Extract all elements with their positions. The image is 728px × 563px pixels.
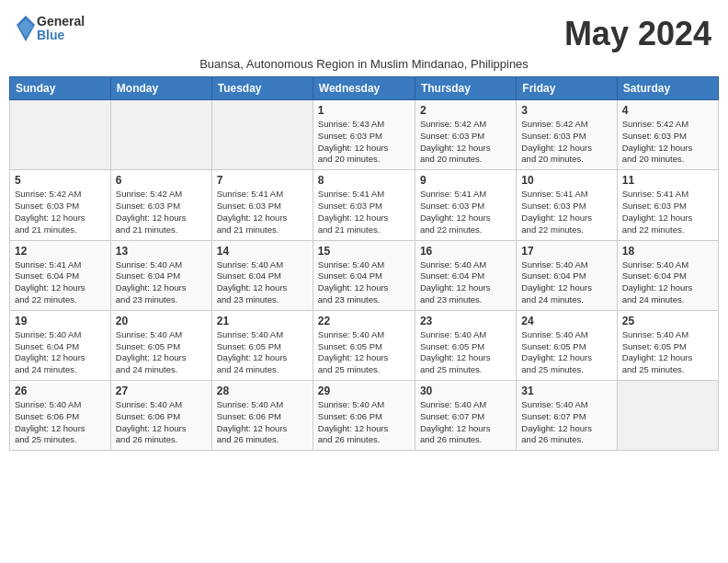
calendar-cell: 20Sunrise: 5:40 AM Sunset: 6:05 PM Dayli… <box>110 310 211 380</box>
calendar-cell: 19Sunrise: 5:40 AM Sunset: 6:04 PM Dayli… <box>10 310 111 380</box>
day-info: Sunrise: 5:42 AM Sunset: 6:03 PM Dayligh… <box>116 189 207 236</box>
calendar-cell: 18Sunrise: 5:40 AM Sunset: 6:04 PM Dayli… <box>617 240 718 310</box>
calendar-cell: 9Sunrise: 5:41 AM Sunset: 6:03 PM Daylig… <box>415 170 516 240</box>
header-day-sunday: Sunday <box>10 77 111 100</box>
calendar-cell: 12Sunrise: 5:41 AM Sunset: 6:04 PM Dayli… <box>10 240 111 310</box>
day-info: Sunrise: 5:40 AM Sunset: 6:05 PM Dayligh… <box>622 329 713 376</box>
day-info: Sunrise: 5:42 AM Sunset: 6:03 PM Dayligh… <box>15 189 106 236</box>
day-number: 18 <box>622 245 713 258</box>
calendar-cell: 28Sunrise: 5:40 AM Sunset: 6:06 PM Dayli… <box>211 381 313 451</box>
calendar-cell: 5Sunrise: 5:42 AM Sunset: 6:03 PM Daylig… <box>10 170 111 240</box>
day-number: 29 <box>318 385 410 397</box>
calendar-cell <box>10 100 111 170</box>
day-number: 15 <box>318 245 410 258</box>
day-number: 6 <box>116 174 207 187</box>
calendar-cell: 27Sunrise: 5:40 AM Sunset: 6:06 PM Dayli… <box>110 381 211 451</box>
calendar-cell: 7Sunrise: 5:41 AM Sunset: 6:03 PM Daylig… <box>211 170 313 240</box>
day-info: Sunrise: 5:41 AM Sunset: 6:03 PM Dayligh… <box>420 189 511 236</box>
day-number: 26 <box>15 385 106 397</box>
calendar-table: SundayMondayTuesdayWednesdayThursdayFrid… <box>9 76 719 451</box>
day-number: 19 <box>15 315 106 327</box>
calendar-cell: 24Sunrise: 5:40 AM Sunset: 6:05 PM Dayli… <box>517 310 617 380</box>
calendar-cell: 10Sunrise: 5:41 AM Sunset: 6:03 PM Dayli… <box>517 170 617 240</box>
day-number: 8 <box>318 174 410 187</box>
day-info: Sunrise: 5:40 AM Sunset: 6:06 PM Dayligh… <box>116 399 207 446</box>
calendar-header: SundayMondayTuesdayWednesdayThursdayFrid… <box>10 77 719 100</box>
month-title: May 2024 <box>564 15 711 53</box>
day-info: Sunrise: 5:40 AM Sunset: 6:05 PM Dayligh… <box>217 329 308 376</box>
day-info: Sunrise: 5:40 AM Sunset: 6:06 PM Dayligh… <box>15 399 106 446</box>
day-info: Sunrise: 5:41 AM Sunset: 6:03 PM Dayligh… <box>318 189 410 236</box>
day-number: 23 <box>420 315 511 327</box>
header-day-thursday: Thursday <box>415 77 516 100</box>
day-info: Sunrise: 5:42 AM Sunset: 6:03 PM Dayligh… <box>420 119 511 166</box>
calendar-cell: 29Sunrise: 5:40 AM Sunset: 6:06 PM Dayli… <box>313 381 415 451</box>
day-info: Sunrise: 5:43 AM Sunset: 6:03 PM Dayligh… <box>318 119 410 166</box>
day-number: 22 <box>318 315 410 327</box>
calendar-cell: 2Sunrise: 5:42 AM Sunset: 6:03 PM Daylig… <box>415 100 516 170</box>
calendar-body: 1Sunrise: 5:43 AM Sunset: 6:03 PM Daylig… <box>10 100 719 451</box>
header-day-tuesday: Tuesday <box>211 77 313 100</box>
week-row-4: 19Sunrise: 5:40 AM Sunset: 6:04 PM Dayli… <box>10 310 719 380</box>
day-number: 4 <box>622 104 713 117</box>
day-number: 30 <box>420 385 511 397</box>
day-number: 11 <box>622 174 713 187</box>
calendar-cell <box>110 100 211 170</box>
day-number: 3 <box>521 104 611 117</box>
calendar-cell: 17Sunrise: 5:40 AM Sunset: 6:04 PM Dayli… <box>517 240 617 310</box>
day-number: 10 <box>521 174 611 187</box>
day-number: 20 <box>116 315 207 327</box>
day-info: Sunrise: 5:41 AM Sunset: 6:03 PM Dayligh… <box>217 189 308 236</box>
day-number: 7 <box>217 174 308 187</box>
day-info: Sunrise: 5:41 AM Sunset: 6:04 PM Dayligh… <box>15 259 106 306</box>
calendar-cell: 4Sunrise: 5:42 AM Sunset: 6:03 PM Daylig… <box>617 100 718 170</box>
calendar-cell: 1Sunrise: 5:43 AM Sunset: 6:03 PM Daylig… <box>313 100 415 170</box>
calendar-cell: 3Sunrise: 5:42 AM Sunset: 6:03 PM Daylig… <box>517 100 617 170</box>
day-info: Sunrise: 5:40 AM Sunset: 6:06 PM Dayligh… <box>217 399 308 446</box>
week-row-3: 12Sunrise: 5:41 AM Sunset: 6:04 PM Dayli… <box>10 240 719 310</box>
page-header: General Blue May 2024 <box>9 9 719 53</box>
day-number: 12 <box>15 245 106 258</box>
logo-blue-text: Blue <box>37 29 85 42</box>
day-info: Sunrise: 5:40 AM Sunset: 6:04 PM Dayligh… <box>318 259 410 306</box>
day-info: Sunrise: 5:40 AM Sunset: 6:06 PM Dayligh… <box>318 399 410 446</box>
logo: General Blue <box>17 15 85 43</box>
calendar-cell: 8Sunrise: 5:41 AM Sunset: 6:03 PM Daylig… <box>313 170 415 240</box>
day-info: Sunrise: 5:40 AM Sunset: 6:04 PM Dayligh… <box>217 259 308 306</box>
day-info: Sunrise: 5:40 AM Sunset: 6:05 PM Dayligh… <box>116 329 207 376</box>
day-number: 13 <box>116 245 207 258</box>
calendar-cell: 23Sunrise: 5:40 AM Sunset: 6:05 PM Dayli… <box>415 310 516 380</box>
day-info: Sunrise: 5:40 AM Sunset: 6:04 PM Dayligh… <box>420 259 511 306</box>
day-number: 31 <box>521 385 611 397</box>
logo-icon <box>17 16 35 41</box>
day-number: 16 <box>420 245 511 258</box>
day-number: 24 <box>521 315 611 327</box>
day-number: 21 <box>217 315 308 327</box>
calendar-cell: 11Sunrise: 5:41 AM Sunset: 6:03 PM Dayli… <box>617 170 718 240</box>
day-number: 27 <box>116 385 207 397</box>
week-row-2: 5Sunrise: 5:42 AM Sunset: 6:03 PM Daylig… <box>10 170 719 240</box>
calendar-cell: 13Sunrise: 5:40 AM Sunset: 6:04 PM Dayli… <box>110 240 211 310</box>
calendar-cell: 30Sunrise: 5:40 AM Sunset: 6:07 PM Dayli… <box>415 381 516 451</box>
day-info: Sunrise: 5:40 AM Sunset: 6:05 PM Dayligh… <box>521 329 611 376</box>
day-number: 25 <box>622 315 713 327</box>
day-info: Sunrise: 5:40 AM Sunset: 6:05 PM Dayligh… <box>420 329 511 376</box>
day-number: 2 <box>420 104 511 117</box>
day-info: Sunrise: 5:41 AM Sunset: 6:03 PM Dayligh… <box>521 189 611 236</box>
calendar-cell: 31Sunrise: 5:40 AM Sunset: 6:07 PM Dayli… <box>517 381 617 451</box>
calendar-cell: 21Sunrise: 5:40 AM Sunset: 6:05 PM Dayli… <box>211 310 313 380</box>
day-number: 28 <box>217 385 308 397</box>
calendar-cell: 25Sunrise: 5:40 AM Sunset: 6:05 PM Dayli… <box>617 310 718 380</box>
day-info: Sunrise: 5:40 AM Sunset: 6:04 PM Dayligh… <box>15 329 106 376</box>
header-row: SundayMondayTuesdayWednesdayThursdayFrid… <box>10 77 719 100</box>
header-day-saturday: Saturday <box>617 77 718 100</box>
day-info: Sunrise: 5:40 AM Sunset: 6:04 PM Dayligh… <box>116 259 207 306</box>
day-number: 5 <box>15 174 106 187</box>
day-number: 1 <box>318 104 410 117</box>
calendar-cell: 15Sunrise: 5:40 AM Sunset: 6:04 PM Dayli… <box>313 240 415 310</box>
header-day-wednesday: Wednesday <box>313 77 415 100</box>
calendar-cell: 16Sunrise: 5:40 AM Sunset: 6:04 PM Dayli… <box>415 240 516 310</box>
header-day-monday: Monday <box>110 77 211 100</box>
day-info: Sunrise: 5:40 AM Sunset: 6:07 PM Dayligh… <box>521 399 611 446</box>
calendar-cell <box>617 381 718 451</box>
